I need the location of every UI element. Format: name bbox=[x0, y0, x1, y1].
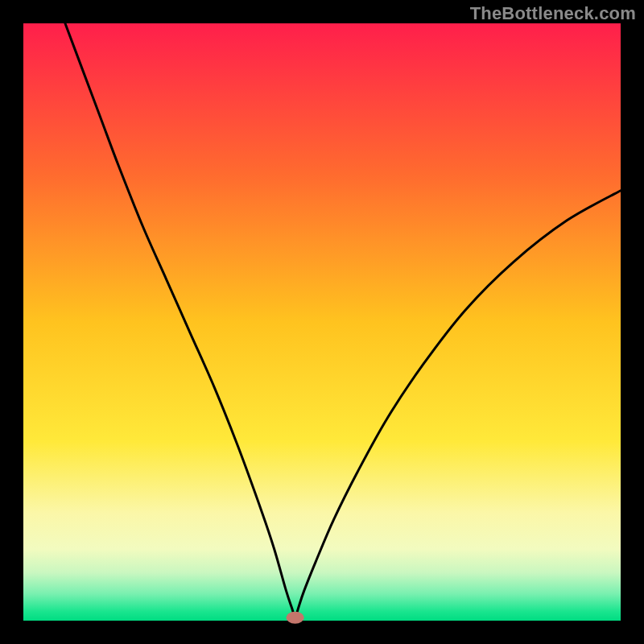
optimal-point-marker bbox=[286, 612, 303, 624]
chart-frame: TheBottleneck.com bbox=[0, 0, 644, 644]
bottleneck-chart bbox=[0, 0, 644, 644]
plot-background bbox=[23, 23, 621, 621]
